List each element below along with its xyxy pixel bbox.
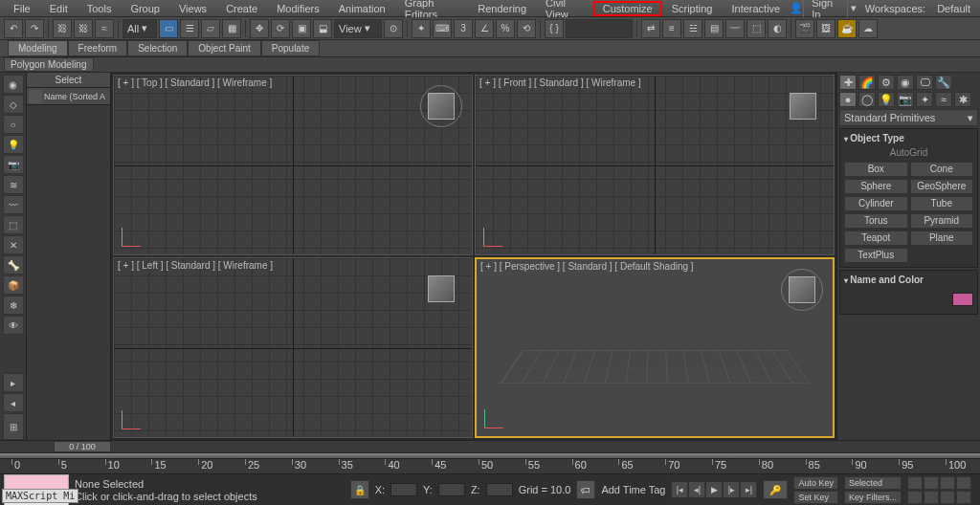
use-pivot-center-button[interactable]: ⊙: [384, 19, 403, 38]
object-type-title[interactable]: Object Type: [844, 133, 973, 143]
viewport-top-label[interactable]: [ + ] [ Top ] [ Standard ] [ Wireframe ]: [118, 77, 272, 88]
ribbon-tab-object-paint[interactable]: Object Paint: [188, 40, 260, 56]
orbit-icon[interactable]: [924, 491, 939, 504]
key-filters-selected[interactable]: Selected: [844, 476, 902, 490]
scene-tree[interactable]: [27, 105, 110, 440]
next-frame-button[interactable]: |▸: [723, 481, 740, 498]
workspaces-selector[interactable]: Default: [931, 1, 976, 16]
object-color-swatch[interactable]: [952, 293, 973, 306]
systems-icon[interactable]: ✱: [954, 92, 971, 107]
fov-icon[interactable]: [956, 476, 971, 490]
se-frozen-button[interactable]: ❄: [3, 296, 24, 315]
menu-interactive[interactable]: Interactive: [722, 1, 790, 16]
menu-modifiers[interactable]: Modifiers: [267, 1, 329, 16]
window-crossing-button[interactable]: ▦: [222, 19, 241, 38]
viewcube[interactable]: [428, 93, 455, 120]
time-ruler[interactable]: 0510152025303540455055606570758085909510…: [0, 459, 980, 474]
prim-sphere-button[interactable]: Sphere: [844, 179, 908, 194]
autogrid-checkbox[interactable]: AutoGrid: [844, 147, 973, 158]
se-containers-button[interactable]: 📦: [3, 275, 24, 295]
layers-button[interactable]: ☱: [683, 19, 702, 38]
se-collapse-button[interactable]: ◂: [3, 393, 24, 412]
menu-customize[interactable]: Customize: [593, 1, 662, 16]
motion-tab-icon[interactable]: ◉: [897, 75, 914, 90]
coord-z-field[interactable]: [486, 483, 513, 496]
percent-snap-button[interactable]: %: [496, 19, 515, 38]
prim-tube-button[interactable]: Tube: [910, 196, 974, 211]
menu-tools[interactable]: Tools: [78, 1, 122, 16]
viewcube[interactable]: [428, 275, 455, 302]
viewport-front[interactable]: [ + ] [ Front ] [ Standard ] [ Wireframe…: [475, 75, 835, 255]
ribbon-tab-populate[interactable]: Populate: [261, 40, 320, 56]
render-setup-button[interactable]: 🎬: [795, 19, 814, 38]
se-view-toggle-button[interactable]: ⊞: [3, 413, 24, 440]
render-online-button[interactable]: ☁: [858, 19, 878, 38]
menu-create[interactable]: Create: [216, 1, 267, 16]
bind-button[interactable]: ≈: [95, 19, 114, 38]
align-button[interactable]: ≡: [662, 19, 681, 38]
se-display-button[interactable]: ◉: [3, 75, 24, 94]
ribbon-tab-selection[interactable]: Selection: [127, 40, 188, 56]
se-hidden-button[interactable]: 👁: [3, 316, 24, 335]
se-geom-button[interactable]: ◇: [3, 95, 24, 114]
shapes-icon[interactable]: ◯: [858, 92, 876, 107]
viewport-persp-label[interactable]: [ + ] [ Perspective ] [ Standard ] [ Def…: [480, 261, 694, 272]
move-button[interactable]: ✥: [250, 19, 269, 38]
viewport-top[interactable]: [ + ] [ Top ] [ Standard ] [ Wireframe ]: [113, 75, 473, 255]
utilities-tab-icon[interactable]: 🔧: [935, 75, 952, 90]
modify-tab-icon[interactable]: 🌈: [858, 75, 876, 90]
viewport-perspective[interactable]: [ + ] [ Perspective ] [ Standard ] [ Def…: [475, 257, 835, 438]
prim-cone-button[interactable]: Cone: [910, 162, 974, 177]
render-button[interactable]: ☕: [837, 19, 857, 38]
se-expand-button[interactable]: ▸: [3, 373, 24, 392]
key-filters-button[interactable]: Key Filters...: [844, 491, 902, 504]
viewcube[interactable]: [789, 276, 815, 303]
scale-button[interactable]: ▣: [292, 19, 311, 38]
se-bone-button[interactable]: 🦴: [3, 255, 24, 274]
zoom-all-icon[interactable]: [907, 491, 923, 504]
helpers-icon[interactable]: ✦: [916, 92, 933, 107]
display-tab-icon[interactable]: 🖵: [916, 75, 933, 90]
prim-teapot-button[interactable]: Teapot: [844, 231, 908, 246]
material-editor-button[interactable]: ◐: [768, 19, 787, 38]
selection-lock-icon[interactable]: 🔒: [350, 480, 369, 499]
time-tag-icon[interactable]: 🏷: [576, 480, 595, 499]
prev-frame-button[interactable]: ◂|: [688, 481, 705, 498]
prim-torus-button[interactable]: Torus: [844, 213, 908, 229]
placement-button[interactable]: ⬓: [313, 19, 332, 38]
add-time-tag-button[interactable]: Add Time Tag: [601, 484, 665, 495]
se-shapes-button[interactable]: ○: [3, 115, 24, 134]
menu-file[interactable]: File: [4, 1, 40, 16]
curve-editor-button[interactable]: 〰: [725, 19, 745, 38]
time-slider[interactable]: 0 / 100: [0, 440, 980, 453]
prim-pyramid-button[interactable]: Pyramid: [910, 213, 974, 229]
named-selection-button[interactable]: { }: [545, 19, 564, 38]
menu-views[interactable]: Views: [169, 1, 216, 16]
prim-textplus-button[interactable]: TextPlus: [844, 248, 908, 263]
se-helpers-button[interactable]: ≋: [3, 175, 24, 194]
hierarchy-tab-icon[interactable]: ⚙: [878, 75, 895, 90]
viewport-left[interactable]: [ + ] [ Left ] [ Standard ] [ Wireframe …: [113, 257, 473, 438]
rotate-button[interactable]: ⟳: [271, 19, 290, 38]
ref-coord-system[interactable]: View ▾: [334, 19, 382, 38]
setkey-button[interactable]: Set Key: [793, 491, 838, 504]
ribbon-toggle-button[interactable]: ▤: [704, 19, 724, 38]
angle-snap-button[interactable]: ∠: [475, 19, 494, 38]
zoom-extents-icon[interactable]: [940, 476, 955, 490]
menu-edit[interactable]: Edit: [40, 1, 78, 16]
named-selection-list[interactable]: [566, 19, 633, 38]
manipulate-button[interactable]: ✦: [412, 19, 431, 38]
goto-end-button[interactable]: ▸|: [740, 481, 757, 498]
create-tab-icon[interactable]: ✚: [839, 75, 857, 90]
key-mode-toggle[interactable]: 🔑: [763, 480, 788, 499]
select-by-name-button[interactable]: ☰: [180, 19, 199, 38]
autokey-button[interactable]: Auto Key: [793, 476, 838, 490]
prim-geosphere-button[interactable]: GeoSphere: [910, 179, 974, 194]
se-xrefs-button[interactable]: ✕: [3, 235, 24, 254]
rendered-frame-button[interactable]: 🖼: [816, 19, 835, 38]
ribbon-tab-modeling[interactable]: Modeling: [8, 40, 68, 56]
spinner-snap-button[interactable]: ⟲: [517, 19, 536, 38]
coord-y-field[interactable]: [438, 483, 465, 496]
cameras-icon[interactable]: 📷: [897, 92, 914, 107]
zoom-region-icon[interactable]: [956, 491, 971, 504]
